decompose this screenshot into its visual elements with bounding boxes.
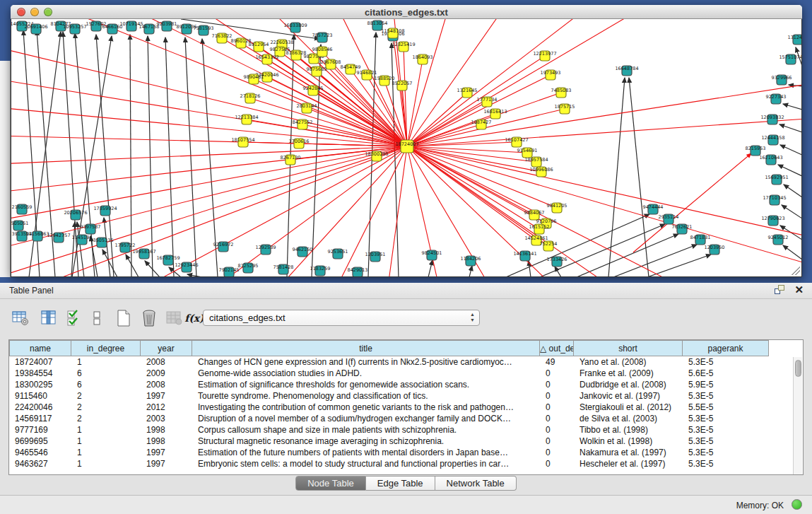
red-edge[interactable] [267, 59, 407, 146]
teal-node[interactable]: 1505051 [11, 221, 28, 230]
column-header-year[interactable]: year [141, 340, 192, 356]
teal-node[interactable]: 12942757 [47, 233, 70, 243]
table-settings-icon[interactable] [11, 309, 30, 327]
red-edge[interactable] [407, 19, 506, 146]
yellow-node[interactable]: 9841205 [547, 203, 567, 213]
teal-node[interactable]: 15751074 [779, 54, 802, 64]
black-edge[interactable] [312, 45, 321, 276]
black-edge[interactable] [130, 35, 131, 276]
delete-table-icon[interactable] [140, 309, 158, 327]
teal-node[interactable]: 8429013 [348, 267, 368, 276]
teal-node[interactable]: 16210643 [759, 155, 782, 165]
yellow-node[interactable]: 1777134 [477, 97, 498, 107]
column-header-pagerank[interactable]: pagerank [683, 340, 769, 356]
red-edge[interactable] [11, 107, 407, 146]
black-edge[interactable] [202, 39, 218, 276]
column-header-out_de[interactable]: △ out_de… [540, 340, 574, 356]
red-edge[interactable] [407, 56, 545, 146]
close-panel-icon[interactable]: ✕ [794, 285, 804, 294]
black-edge[interactable] [428, 260, 433, 276]
show-columns-icon[interactable] [40, 309, 58, 327]
teal-node[interactable]: 9474444 [643, 204, 664, 214]
table-row[interactable]: 1830029562008Estimation of significance … [9, 379, 803, 390]
teal-node[interactable]: 14136141 [513, 251, 536, 261]
yellow-node[interactable]: 1700616 [289, 139, 310, 148]
yellow-node[interactable]: 18107554 [231, 137, 254, 147]
black-edge[interactable] [780, 145, 802, 155]
black-edge[interactable] [613, 245, 697, 276]
yellow-node[interactable]: 7485083 [551, 88, 572, 98]
table-row[interactable]: 911546021997Tourette syndrome. Phenomeno… [9, 390, 803, 402]
citation-network-graph[interactable]: 1405572420691406810427710953257152760264… [11, 19, 802, 276]
teal-node[interactable]: 11156863 [25, 231, 49, 241]
teal-node[interactable]: 1145194 [72, 235, 93, 245]
teal-node[interactable]: 16033809 [283, 23, 307, 33]
yellow-node[interactable]: 9242845 [303, 86, 324, 95]
teal-node[interactable]: 7581428 [273, 264, 294, 274]
teal-node[interactable]: 15692951 [765, 175, 788, 185]
teal-node[interactable]: 2160559 [12, 204, 33, 214]
teal-node[interactable]: 7632621 [672, 224, 693, 234]
yellow-node[interactable]: 9875685 [307, 66, 327, 76]
teal-node[interactable]: 8471831 [690, 235, 711, 245]
black-edge[interactable] [783, 104, 802, 110]
black-edge[interactable] [187, 274, 202, 276]
black-edge[interactable] [506, 214, 649, 276]
yellow-node[interactable]: 9154691 [517, 148, 538, 158]
teal-node[interactable]: 16648784 [615, 66, 638, 76]
red-edge[interactable] [407, 19, 647, 146]
tab-network-table[interactable]: Network Table [435, 476, 517, 491]
yellow-node[interactable]: 12213384 [235, 115, 258, 124]
red-edge[interactable] [407, 146, 802, 267]
teal-node[interactable]: 1183259 [310, 266, 331, 276]
teal-node[interactable]: 12444158 [761, 135, 784, 145]
teal-node[interactable]: 12093832 [760, 115, 784, 124]
teal-node[interactable]: 1203951 [365, 252, 386, 262]
column-header-title[interactable]: title [192, 340, 540, 356]
red-edge[interactable] [407, 19, 591, 146]
teal-node[interactable]: 17359924 [93, 206, 117, 216]
yellow-node[interactable]: 752254 [540, 241, 558, 251]
yellow-node[interactable]: 16543392 [255, 54, 278, 64]
teal-node[interactable]: 9253651 [328, 249, 348, 259]
red-edge[interactable] [267, 77, 407, 146]
float-panel-icon[interactable] [775, 285, 784, 294]
table-vertical-scrollbar[interactable] [793, 357, 802, 474]
teal-node[interactable]: 12790623 [761, 216, 784, 226]
yellow-node[interactable]: 18957584 [524, 157, 548, 167]
column-header-short[interactable]: short [574, 340, 683, 356]
yellow-node[interactable]: 1875715 [555, 104, 575, 114]
window-resize-grip[interactable] [792, 267, 800, 275]
teal-node[interactable]: 7857223 [312, 33, 333, 42]
teal-node[interactable]: 9245012 [768, 235, 789, 245]
yellow-node[interactable]: 8912954 [249, 42, 269, 52]
function-builder-icon[interactable]: f(x) [185, 309, 204, 327]
black-edge[interactable] [784, 185, 802, 197]
yellow-node[interactable]: 16816413 [483, 109, 507, 119]
table-row[interactable]: 1938455462009Genome-wide association stu… [9, 368, 803, 379]
yellow-node[interactable]: 7163822 [212, 33, 233, 43]
network-window-titlebar[interactable]: citations_edges.txt [11, 5, 802, 19]
table-row[interactable]: 2242004622012Investigating the contribut… [9, 402, 803, 413]
teal-node[interactable]: 9824501 [422, 250, 442, 260]
black-edge[interactable] [779, 124, 802, 132]
teal-node[interactable]: 8215953 [746, 146, 766, 156]
column-header-name[interactable]: name [9, 340, 71, 356]
teal-node[interactable]: 9329966 [772, 75, 792, 85]
row-options-icon[interactable] [88, 309, 106, 327]
teal-node[interactable]: 12923446 [175, 262, 198, 272]
table-row[interactable]: 1456911722003Disruption of a novel membe… [9, 413, 803, 424]
black-edge[interactable] [126, 255, 139, 276]
teal-node[interactable]: 1292539 [256, 245, 276, 255]
yellow-node[interactable]: 18300295 [365, 151, 388, 161]
table-select-dropdown[interactable]: citations_edges.txt ▲▼ [203, 310, 480, 326]
yellow-node[interactable]: 1321645 [457, 88, 478, 98]
teal-node[interactable]: 1184206 [461, 256, 481, 266]
new-table-icon[interactable] [114, 309, 133, 327]
table-row[interactable]: 1872400712008Changes of HCN gene express… [9, 356, 803, 368]
yellow-node[interactable]: 1864093 [413, 54, 433, 64]
yellow-node[interactable]: 8267130 [281, 155, 301, 165]
red-edge[interactable] [11, 146, 407, 249]
red-edge[interactable] [407, 146, 499, 276]
teal-node[interactable]: 20691406 [24, 24, 47, 34]
